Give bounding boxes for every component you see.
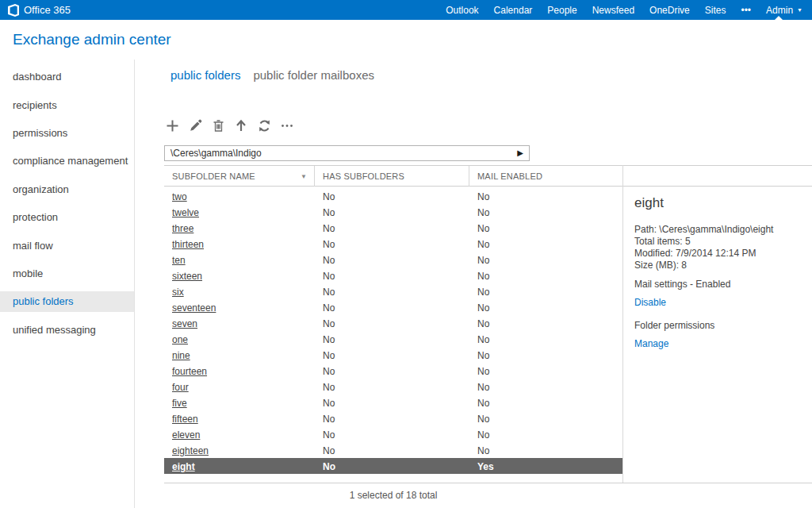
table-row[interactable]: twelveNoNo xyxy=(164,204,622,220)
folder-link[interactable]: four xyxy=(172,382,189,393)
has-subfolders-value: No xyxy=(323,350,335,361)
sidebar-item-compliance-management[interactable]: compliance management xyxy=(0,147,134,175)
folder-link[interactable]: seventeen xyxy=(172,302,216,314)
has-subfolders-value: No xyxy=(323,207,335,218)
has-subfolders-value: No xyxy=(323,398,335,409)
folder-link[interactable]: sixteen xyxy=(172,271,202,282)
table-row[interactable]: sevenNoNo xyxy=(164,315,622,331)
table-row[interactable]: nineNoNo xyxy=(164,347,622,363)
mail-enabled-value: No xyxy=(477,350,489,361)
folder-link[interactable]: ten xyxy=(172,255,186,266)
sidebar-item-organization[interactable]: organization xyxy=(0,175,134,203)
folder-link[interactable]: five xyxy=(172,398,187,409)
column-header-mail-enabled[interactable]: MAIL ENABLED xyxy=(469,166,622,187)
folder-link[interactable]: eleven xyxy=(172,429,200,441)
mail-enabled-value: No xyxy=(477,191,489,202)
topnav-item-newsfeed[interactable]: Newsfeed xyxy=(592,5,634,16)
table-row[interactable]: fourNoNo xyxy=(164,379,622,394)
has-subfolders-value: No xyxy=(323,461,335,472)
page-title: Exchange admin center xyxy=(13,31,171,48)
table-row[interactable]: thirteenNoNo xyxy=(164,236,622,252)
has-subfolders-value: No xyxy=(323,255,335,266)
folder-link[interactable]: three xyxy=(172,223,193,234)
mail-enabled-value: No xyxy=(477,398,489,409)
folder-toolbar xyxy=(163,117,296,134)
table-row[interactable]: sixNoNo xyxy=(164,283,622,299)
table-row[interactable]: sixteenNoNo xyxy=(164,267,622,283)
refresh-button[interactable] xyxy=(255,117,273,134)
tab-public-folder-mailboxes[interactable]: public folder mailboxes xyxy=(253,68,374,82)
mail-enabled-value: Yes xyxy=(477,461,494,472)
edit-folder-button[interactable] xyxy=(186,117,204,134)
table-row[interactable]: oneNoNo xyxy=(164,331,622,347)
details-info-line: Total items: 5 xyxy=(634,236,805,248)
folder-link[interactable]: seven xyxy=(172,318,197,329)
tab-public-folders[interactable]: public folders xyxy=(170,68,240,82)
details-title: eight xyxy=(634,195,805,211)
disable-link[interactable]: Disable xyxy=(634,297,666,308)
mail-enabled-value: No xyxy=(477,414,489,425)
folder-link[interactable]: fourteen xyxy=(172,366,207,377)
active-app-pointer xyxy=(775,16,783,20)
more-actions-button[interactable] xyxy=(278,117,296,134)
folder-path-bar: \Ceres\gamma\Indigo ▶ xyxy=(164,145,530,161)
refresh-icon xyxy=(258,119,271,133)
sidebar-item-public-folders[interactable]: public folders xyxy=(0,291,134,312)
sort-caret-icon[interactable]: ▼ xyxy=(301,173,307,180)
topnav-item-outlook[interactable]: Outlook xyxy=(446,5,478,16)
table-row[interactable]: threeNoNo xyxy=(164,220,622,236)
table-row[interactable]: twoNoNo xyxy=(164,188,622,204)
folder-link[interactable]: eight xyxy=(172,461,195,472)
table-row[interactable]: elevenNoNo xyxy=(164,426,622,442)
table-row[interactable]: tenNoNo xyxy=(164,252,622,267)
folder-link[interactable]: thirteen xyxy=(172,239,204,250)
table-row[interactable]: seventeenNoNo xyxy=(164,299,622,315)
table-row[interactable]: eightNoYes xyxy=(164,458,622,474)
up-one-level-button[interactable] xyxy=(232,117,250,134)
sidebar-item-recipients[interactable]: recipients xyxy=(0,90,134,118)
topnav-admin[interactable]: Admin ▼ xyxy=(766,5,802,16)
folder-link[interactable]: six xyxy=(172,287,184,298)
column-header-subfolder-name[interactable]: SUBFOLDER NAME ▼ xyxy=(164,166,315,187)
folder-link[interactable]: twelve xyxy=(172,207,199,218)
topnav-item-onedrive[interactable]: OneDrive xyxy=(649,5,690,16)
table-row[interactable]: fifteenNoNo xyxy=(164,410,622,426)
sidebar-item-mail-flow[interactable]: mail flow xyxy=(0,231,134,259)
delete-folder-button[interactable] xyxy=(209,117,227,134)
has-subfolders-value: No xyxy=(323,429,335,441)
folder-link[interactable]: two xyxy=(172,191,187,202)
mail-enabled-value: No xyxy=(477,207,489,218)
sidebar-item-dashboard[interactable]: dashboard xyxy=(0,63,134,90)
topnav-item-people[interactable]: People xyxy=(547,5,576,16)
table-header: SUBFOLDER NAME ▼ HAS SUBFOLDERS MAIL ENA… xyxy=(164,165,812,187)
table-row[interactable]: eighteenNoNo xyxy=(164,442,622,458)
has-subfolders-value: No xyxy=(323,382,335,393)
topnav-more[interactable]: ••• xyxy=(741,5,751,16)
column-header-has-subfolders[interactable]: HAS SUBFOLDERS xyxy=(315,166,469,187)
sidebar-item-permissions[interactable]: permissions xyxy=(0,119,134,147)
arrow-up-icon xyxy=(235,119,247,133)
mail-enabled-value: No xyxy=(477,239,489,250)
new-folder-button[interactable] xyxy=(163,117,181,134)
folder-link[interactable]: nine xyxy=(172,350,190,361)
manage-link[interactable]: Manage xyxy=(634,338,668,349)
topnav-item-calendar[interactable]: Calendar xyxy=(494,5,533,16)
sidebar-item-mobile[interactable]: mobile xyxy=(0,260,134,287)
has-subfolders-value: No xyxy=(323,318,335,329)
sidebar-item-unified-messaging[interactable]: unified messaging xyxy=(0,316,134,344)
has-subfolders-value: No xyxy=(323,414,335,425)
mail-enabled-value: No xyxy=(477,255,489,266)
sidebar-item-protection[interactable]: protection xyxy=(0,203,134,231)
has-subfolders-value: No xyxy=(323,334,335,345)
table-row[interactable]: fiveNoNo xyxy=(164,394,622,410)
go-to-path-button[interactable]: ▶ xyxy=(511,146,529,160)
table-row[interactable]: fourteenNoNo xyxy=(164,363,622,379)
has-subfolders-value: No xyxy=(323,302,335,314)
topnav-item-sites[interactable]: Sites xyxy=(705,5,726,16)
office-365-brand[interactable]: Office 365 xyxy=(0,4,71,17)
office-365-logo-icon xyxy=(8,4,19,17)
folder-link[interactable]: eighteen xyxy=(172,445,209,456)
has-subfolders-value: No xyxy=(323,287,335,298)
folder-link[interactable]: fifteen xyxy=(172,414,198,425)
folder-link[interactable]: one xyxy=(172,334,188,345)
